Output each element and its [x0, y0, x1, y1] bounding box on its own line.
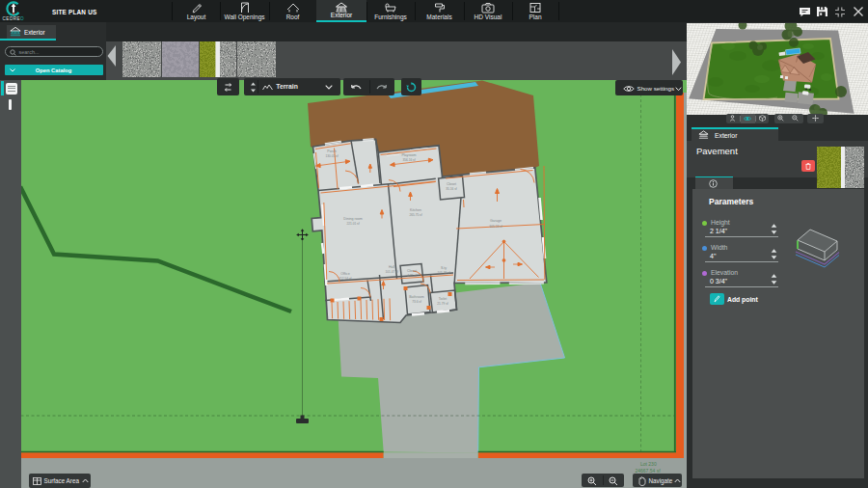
svg-text:112.54 sf: 112.54 sf [339, 277, 352, 281]
svg-text:105.36 sf: 105.36 sf [437, 271, 449, 275]
svg-text:Bathroom: Bathroom [409, 295, 424, 299]
svg-text:Dining room: Dining room [343, 217, 362, 221]
svg-text:4.75 sf: 4.75 sf [407, 274, 417, 278]
svg-text:Closet: Closet [447, 182, 456, 186]
svg-text:S.ty: S.ty [441, 266, 447, 270]
svg-text:21.79 sf: 21.79 sf [437, 302, 448, 306]
svg-text:Hall: Hall [389, 265, 394, 269]
svg-text:Garage: Garage [490, 219, 502, 223]
svg-text:Lot 230: Lot 230 [640, 461, 657, 467]
svg-text:Playroom: Playroom [401, 153, 416, 157]
svg-text:265.75 sf: 265.75 sf [409, 213, 421, 217]
svg-text:605.24 sf: 605.24 sf [489, 225, 502, 229]
svg-text:73.6 sf: 73.6 sf [412, 300, 421, 304]
svg-text:Porch: Porch [327, 149, 336, 153]
svg-text:130.01 sf: 130.01 sf [325, 154, 338, 158]
svg-text:221.01 sf: 221.01 sf [346, 222, 359, 226]
svg-text:101.47 sf: 101.47 sf [385, 270, 397, 274]
svg-text:356.16 sf: 356.16 sf [402, 158, 415, 162]
svg-text:Office: Office [340, 272, 349, 276]
svg-text:24667.54 sf: 24667.54 sf [636, 468, 662, 474]
svg-text:Toilet: Toilet [439, 297, 447, 301]
svg-text:35.16 sf: 35.16 sf [446, 187, 456, 191]
svg-text:Kitchen: Kitchen [410, 208, 421, 212]
svg-text:Closet: Closet [407, 269, 417, 273]
